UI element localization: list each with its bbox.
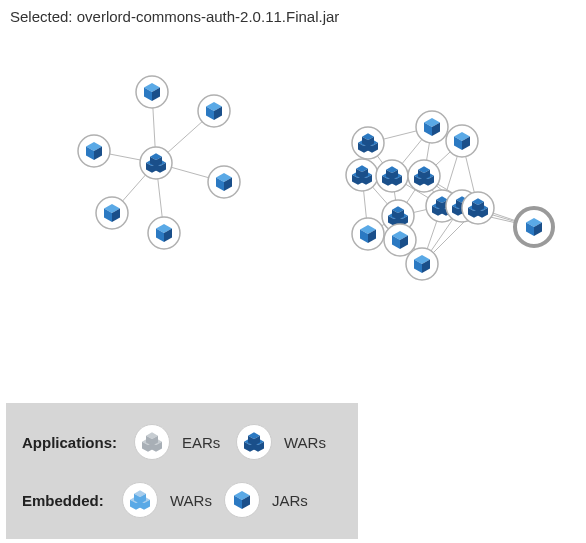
dependency-graph[interactable] <box>0 25 586 425</box>
graph-node-war-app[interactable] <box>376 160 408 192</box>
legend-jars-text: JARs <box>272 492 314 509</box>
graph-node-war-app[interactable] <box>352 127 384 159</box>
graph-node-war-app[interactable] <box>346 159 378 191</box>
legend-row-applications: Applications: EARs WARs <box>22 417 342 467</box>
legend-app-wars-text: WARs <box>284 434 326 451</box>
graph-node-jar[interactable] <box>352 218 384 250</box>
war-app-icon <box>236 424 272 460</box>
graph-node-jar[interactable] <box>96 197 128 229</box>
graph-node-war-app[interactable] <box>140 147 172 179</box>
graph-node-jar[interactable] <box>446 125 478 157</box>
graph-node-jar[interactable] <box>198 95 230 127</box>
jar-icon <box>224 482 260 518</box>
selected-label: Selected: <box>10 8 73 25</box>
war-emb-icon <box>122 482 158 518</box>
selected-value: overlord-commons-auth-2.0.11.Final.jar <box>77 8 340 25</box>
graph-node-war-app[interactable] <box>462 192 494 224</box>
legend-panel: Applications: EARs WARs Embedded: WARs J… <box>6 403 358 539</box>
ear-icon <box>134 424 170 460</box>
graph-node-jar[interactable] <box>148 217 180 249</box>
legend-row-embedded: Embedded: WARs JARs <box>22 475 342 525</box>
graph-node-jar-selected[interactable] <box>515 208 553 246</box>
legend-embedded-label: Embedded: <box>22 492 110 509</box>
legend-emb-wars-text: WARs <box>170 492 212 509</box>
legend-ears-text: EARs <box>182 434 224 451</box>
legend-applications-label: Applications: <box>22 434 122 451</box>
graph-node-jar[interactable] <box>416 111 448 143</box>
graph-node-jar[interactable] <box>78 135 110 167</box>
selected-file: Selected: overlord-commons-auth-2.0.11.F… <box>0 0 586 25</box>
graph-node-war-app[interactable] <box>408 160 440 192</box>
graph-node-jar[interactable] <box>136 76 168 108</box>
graph-node-jar[interactable] <box>208 166 240 198</box>
graph-node-jar[interactable] <box>406 248 438 280</box>
